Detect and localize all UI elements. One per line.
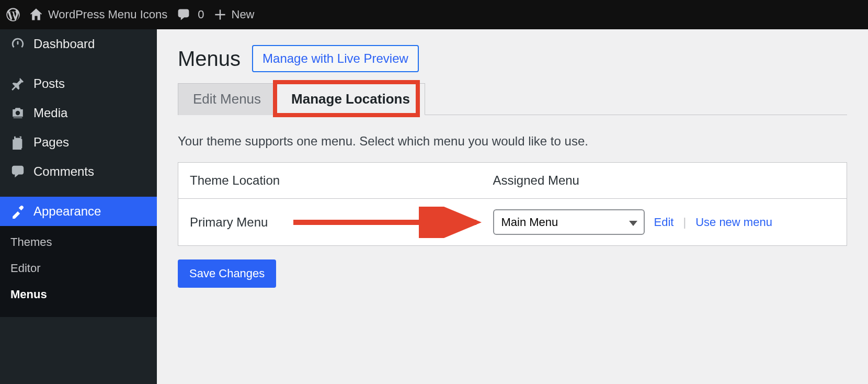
helper-text: Your theme supports one menu. Select whi… (178, 134, 847, 149)
nav-tabs: Edit Menus Manage Locations (178, 83, 847, 115)
site-title: WordPress Menu Icons (48, 8, 167, 21)
sidebar-item-media[interactable]: Media (0, 98, 157, 128)
sidebar-label: Media (33, 106, 67, 120)
sidebar-label: Posts (33, 76, 65, 91)
tab-edit-menus[interactable]: Edit Menus (178, 83, 276, 115)
submenu-themes[interactable]: Themes (0, 229, 157, 255)
appearance-icon (10, 204, 25, 219)
submenu-menus[interactable]: Menus (0, 281, 157, 308)
col-theme-location: Theme Location (178, 163, 482, 199)
sidebar-item-appearance[interactable]: Appearance (0, 197, 157, 226)
site-link[interactable]: WordPress Menu Icons (29, 8, 167, 21)
col-assigned-menu: Assigned Menu (482, 163, 847, 199)
sidebar-label: Pages (33, 135, 69, 150)
table-row: Primary Menu Main Menu Edit | Use new me… (178, 199, 847, 246)
tab-manage-locations[interactable]: Manage Locations (276, 83, 425, 115)
media-icon (10, 106, 25, 120)
admin-bar: WordPress Menu Icons 0 New (0, 0, 868, 29)
comments-icon (10, 164, 25, 179)
pages-icon (10, 135, 25, 150)
location-name: Primary Menu (178, 199, 482, 246)
sidebar-item-pages[interactable]: Pages (0, 128, 157, 157)
wp-logo[interactable] (6, 8, 20, 21)
comments-link[interactable]: 0 (177, 8, 204, 21)
wordpress-logo-icon (6, 8, 20, 21)
sidebar-item-posts[interactable]: Posts (0, 69, 157, 98)
home-icon (29, 8, 43, 21)
sidebar-label: Appearance (33, 204, 101, 219)
submenu-editor[interactable]: Editor (0, 255, 157, 281)
comment-icon (177, 8, 190, 21)
separator: | (683, 216, 686, 229)
use-new-menu-link[interactable]: Use new menu (695, 216, 772, 229)
new-link[interactable]: New (214, 8, 255, 21)
locations-table: Theme Location Assigned Menu Primary Men… (178, 162, 847, 246)
edit-menu-link[interactable]: Edit (654, 216, 674, 229)
sidebar-item-dashboard[interactable]: Dashboard (0, 29, 157, 59)
dashboard-icon (10, 37, 25, 51)
main-content: Menus Manage with Live Preview Edit Menu… (157, 29, 868, 384)
comments-count: 0 (198, 8, 204, 21)
page-title: Menus (178, 47, 241, 71)
new-label: New (232, 8, 255, 21)
assigned-menu-select[interactable]: Main Menu (493, 209, 645, 235)
live-preview-button[interactable]: Manage with Live Preview (252, 45, 419, 72)
save-changes-button[interactable]: Save Changes (178, 259, 276, 288)
appearance-submenu: Themes Editor Menus (0, 226, 157, 317)
sidebar-label: Comments (33, 164, 94, 179)
sidebar-item-comments[interactable]: Comments (0, 157, 157, 186)
sidebar-label: Dashboard (33, 37, 95, 51)
pin-icon (10, 76, 25, 91)
table-header-row: Theme Location Assigned Menu (178, 163, 847, 199)
plus-icon (214, 8, 226, 21)
admin-sidebar: Dashboard Posts Media Pages Comments App… (0, 29, 157, 384)
